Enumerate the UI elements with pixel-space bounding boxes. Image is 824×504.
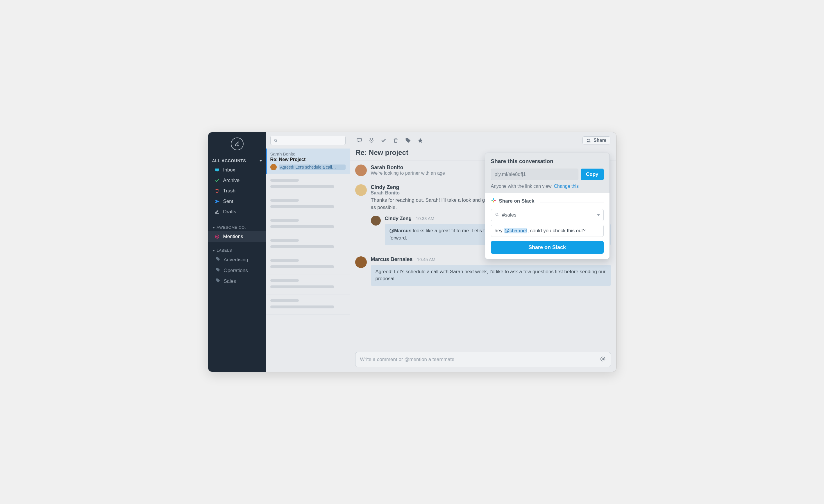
svg-point-4	[589, 139, 590, 140]
tag-icon	[216, 268, 220, 274]
labels-header-label: LABELS	[217, 248, 232, 253]
sidebar-label: Trash	[223, 188, 236, 194]
slack-channel-select[interactable]: #sales	[491, 209, 604, 221]
mention-icon[interactable]	[600, 356, 606, 364]
thread-item-placeholder[interactable]	[266, 274, 350, 294]
toolbar: Share	[350, 132, 616, 148]
slack-channel-value: #sales	[502, 212, 516, 218]
share-url-field[interactable]: ply.ml/aie8dfj1	[491, 169, 579, 180]
avatar	[355, 184, 367, 196]
search-input[interactable]	[270, 136, 345, 145]
tag-icon	[216, 278, 220, 284]
workspace-header[interactable]: AWESOME CO.	[208, 222, 266, 231]
svg-rect-8	[493, 201, 494, 203]
comment-bubble: Agreed! Let's schedule a call with Sarah…	[371, 265, 611, 286]
share-permission-text: Anyone with the link can view. Change th…	[491, 184, 604, 189]
share-title: Share this conversation	[491, 158, 604, 165]
thread-from: Sarah Bonito	[270, 152, 345, 157]
sidebar-item-archive[interactable]: Archive	[208, 175, 266, 186]
thread-item-placeholder[interactable]	[266, 294, 350, 314]
labels-header[interactable]: LABELS	[208, 245, 266, 254]
mention: @Marcus	[390, 228, 412, 233]
star-icon[interactable]	[417, 137, 424, 144]
send-icon	[214, 199, 220, 204]
svg-point-3	[588, 139, 589, 140]
change-permission-link[interactable]: Change this	[554, 184, 579, 189]
share-popover: Share this conversation ply.ml/aie8dfj1 …	[485, 153, 610, 259]
share-button[interactable]: Share	[583, 136, 610, 144]
svg-point-10	[496, 213, 498, 215]
svg-point-1	[274, 139, 277, 141]
share-button-label: Share	[594, 138, 606, 143]
avatar	[355, 257, 367, 268]
sidebar-label: Sent	[223, 199, 233, 204]
label-icon[interactable]	[405, 137, 412, 144]
app-logo	[208, 132, 266, 156]
thread-item-selected[interactable]: Sarah Bonito Re: New Project Agreed! Let…	[266, 148, 350, 174]
search-icon	[495, 212, 499, 218]
slack-header-label: Share on Slack	[499, 198, 534, 204]
copy-button[interactable]: Copy	[581, 169, 604, 180]
thread-subject: Re: New Project	[270, 157, 345, 162]
label-sales[interactable]: Sales	[208, 276, 266, 287]
label-text: Advertising	[224, 257, 248, 263]
svg-rect-9	[494, 200, 496, 201]
thread-excerpt: Agreed! Let's schedule a call…	[279, 165, 345, 170]
avatar	[371, 216, 381, 225]
sidebar-item-sent[interactable]: Sent	[208, 196, 266, 207]
share-on-slack-button[interactable]: Share on Slack	[491, 241, 604, 254]
thread-item-placeholder[interactable]	[266, 214, 350, 234]
mention: @channel	[504, 228, 527, 233]
slack-section-header: Share on Slack	[491, 198, 604, 207]
inbox-icon	[214, 168, 220, 173]
comment-time: 10:45 AM	[417, 257, 435, 262]
label-operations[interactable]: Operations	[208, 265, 266, 276]
sidebar: ALL ACCOUNTS Inbox Archive Trash Sent Dr…	[208, 132, 266, 372]
done-icon[interactable]	[380, 137, 387, 144]
svg-rect-6	[493, 198, 494, 200]
thread-item-placeholder[interactable]	[266, 174, 350, 194]
sidebar-label: Mentions	[223, 234, 243, 239]
chevron-down-icon	[597, 214, 600, 216]
sidebar-label: Drafts	[223, 209, 236, 215]
accounts-header[interactable]: ALL ACCOUNTS	[208, 156, 266, 165]
comment-time: 10:33 AM	[416, 216, 434, 221]
thread-item-placeholder[interactable]	[266, 194, 350, 214]
compose-input[interactable]: Write a comment or @mention a teammate	[355, 352, 611, 367]
sidebar-item-drafts[interactable]: Drafts	[208, 207, 266, 217]
slack-icon	[491, 198, 496, 204]
label-advertising[interactable]: Advertising	[208, 254, 266, 265]
conversation-pane: Share Re: New project Sarah Bonito We're…	[350, 132, 616, 372]
comment-author: Cindy Zeng	[385, 216, 412, 221]
sidebar-item-trash[interactable]: Trash	[208, 186, 266, 196]
thread-item-placeholder[interactable]	[266, 254, 350, 274]
app-frame: ALL ACCOUNTS Inbox Archive Trash Sent Dr…	[208, 132, 616, 372]
check-icon	[214, 178, 220, 183]
svg-rect-7	[491, 200, 493, 201]
label-text: Sales	[224, 279, 236, 284]
avatar	[355, 165, 367, 176]
sidebar-item-mentions[interactable]: Mentions	[208, 231, 266, 242]
compose-icon[interactable]	[231, 137, 243, 150]
accounts-header-label: ALL ACCOUNTS	[212, 159, 246, 163]
snooze-icon[interactable]	[368, 137, 375, 144]
people-icon	[586, 138, 591, 143]
slack-message-input[interactable]: hey @channel, could you check this out?	[491, 225, 604, 237]
chevron-down-icon	[212, 227, 215, 228]
sidebar-item-inbox[interactable]: Inbox	[208, 165, 266, 175]
delete-icon[interactable]	[392, 137, 399, 144]
avatar	[270, 164, 277, 170]
search-icon	[274, 138, 278, 143]
tag-icon	[216, 257, 220, 263]
label-text: Operations	[224, 268, 248, 274]
thread-item-placeholder[interactable]	[266, 234, 350, 254]
trash-icon	[214, 188, 220, 194]
inbox-action-icon[interactable]	[356, 137, 363, 144]
sidebar-label: Inbox	[223, 167, 235, 173]
thread-list: Sarah Bonito Re: New Project Agreed! Let…	[266, 132, 350, 372]
compose-placeholder: Write a comment or @mention a teammate	[360, 357, 454, 363]
draft-icon	[214, 209, 220, 214]
share-url-text: ply.ml/aie8dfj1	[495, 172, 526, 177]
mention-icon	[214, 234, 220, 239]
comment-author: Marcus Bernales	[371, 257, 413, 262]
